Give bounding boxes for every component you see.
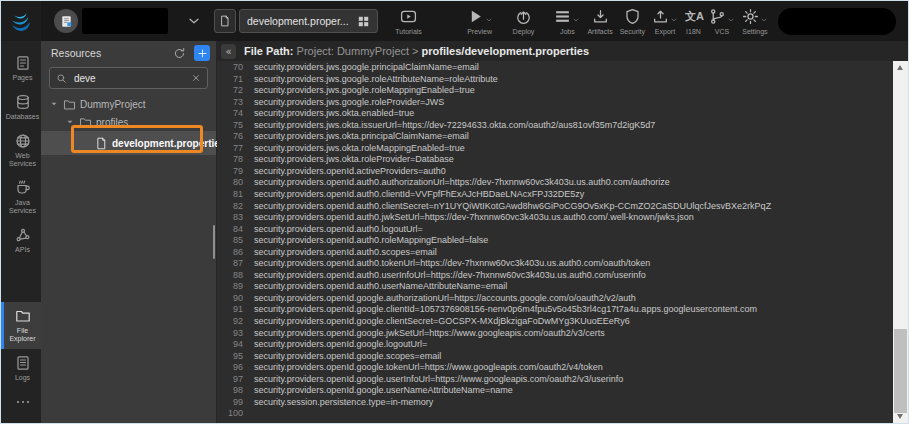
- button-label: Settings: [742, 28, 767, 35]
- sidebar-item-file-explorer[interactable]: File Explorer: [1, 302, 41, 349]
- line-text: security.providers.openId.auth0.tokenUrl…: [243, 258, 650, 270]
- sidebar-item-java-services[interactable]: Java Services: [1, 174, 41, 221]
- topbar-tool-vcs[interactable]: VCS: [707, 8, 737, 35]
- sidebar-item-web-services[interactable]: Web Services: [1, 127, 41, 174]
- rail-label: Web Services: [5, 152, 41, 168]
- button-label: Preview: [467, 28, 492, 35]
- line-number: 85: [217, 235, 243, 247]
- scroll-up-arrow-icon[interactable]: [897, 65, 903, 70]
- topbar-button-tutorials[interactable]: Tutorials: [386, 8, 432, 35]
- topbar-tool-export[interactable]: Export: [650, 8, 680, 35]
- topbar-tool-settings[interactable]: Settings: [740, 8, 770, 35]
- file-path-bar: « File Path: Project: DummyProject > pro…: [217, 41, 908, 61]
- project-avatar[interactable]: [54, 9, 78, 33]
- line-text: security.providers.openId.auth0.logoutUr…: [243, 224, 423, 236]
- chevron-down-icon: [572, 16, 580, 24]
- file-icon: [219, 15, 231, 27]
- collapse-panel-button[interactable]: «: [221, 44, 236, 59]
- code-line-87: 87 security.providers.openId.auth0.token…: [217, 258, 893, 270]
- line-number: 72: [217, 85, 243, 97]
- preview-icon: [467, 8, 484, 25]
- chevron-down-icon: [727, 16, 735, 24]
- file-action-settings[interactable]: [791, 44, 806, 59]
- tab-development-properties[interactable]: development.proper...: [239, 9, 378, 33]
- code-line-73: 73 security.providers.jws.google.rolePro…: [217, 97, 893, 109]
- topbar-button-deploy[interactable]: Deploy: [511, 8, 537, 35]
- left-nav-rail: Pages Databases Web Services Java Servic…: [1, 41, 41, 423]
- project-dropdown-chevron-icon[interactable]: [186, 13, 202, 29]
- line-number: 97: [217, 374, 243, 386]
- tree-item-profiles[interactable]: profiles: [41, 113, 216, 131]
- file-path-value: profiles/development.properties: [422, 45, 589, 57]
- search-input[interactable]: [72, 72, 186, 85]
- code-line-97: 97 security.providers.openId.google.user…: [217, 374, 893, 386]
- file-action-delete[interactable]: [881, 44, 896, 59]
- tree-item-dummyproject[interactable]: DummyProject: [41, 95, 216, 113]
- caret-down-icon[interactable]: [49, 99, 59, 109]
- ide-window: development.proper... Tutorials Prev: [0, 0, 909, 424]
- resources-header: Resources: [41, 41, 216, 63]
- code-line-96: 96 security.providers.openId.google.toke…: [217, 362, 893, 374]
- sidebar-item-logs[interactable]: Logs: [1, 349, 41, 388]
- tree-item-development-properties[interactable]: development.properties: [41, 131, 216, 155]
- code-line-84: 84 security.providers.openId.auth0.logou…: [217, 224, 893, 236]
- sidebar-item-databases[interactable]: Databases: [1, 88, 41, 127]
- file-path-text: File Path: Project: DummyProject > profi…: [244, 45, 589, 57]
- line-text: security.providers.openId.google.scopes=…: [243, 351, 441, 363]
- file-path-prefix: File Path:: [244, 45, 294, 57]
- line-text: [243, 408, 254, 420]
- line-number: 84: [217, 224, 243, 236]
- line-text: security.providers.jws.okta.principalCla…: [243, 131, 469, 143]
- web-services-icon: [15, 133, 31, 149]
- button-label: VCS: [715, 28, 729, 35]
- topbar-tool-i18n[interactable]: 文A I18N: [683, 8, 704, 35]
- file-action-download[interactable]: [821, 44, 836, 59]
- export-icon: [652, 8, 669, 25]
- clear-search-button[interactable]: [191, 73, 201, 83]
- line-text: security.providers.openId.auth0.userInfo…: [243, 270, 646, 282]
- panel-scrollbar-thumb[interactable]: [213, 225, 215, 259]
- rail-label: Logs: [5, 374, 41, 382]
- line-text: security.providers.openId.google.jwkSetU…: [243, 328, 605, 340]
- line-number: 89: [217, 281, 243, 293]
- brand-logo[interactable]: [1, 1, 41, 41]
- folder-icon: [79, 116, 92, 129]
- refresh-button[interactable]: [173, 47, 186, 60]
- file-type-button[interactable]: [214, 9, 236, 33]
- scroll-down-arrow-icon[interactable]: [897, 414, 903, 419]
- topbar-button-preview[interactable]: Preview: [465, 8, 495, 35]
- code-line-89: 89 security.providers.openId.auth0.userN…: [217, 281, 893, 293]
- redacted-project-name[interactable]: [82, 8, 168, 34]
- tab-label: development.proper...: [247, 15, 349, 27]
- topbar-tool-security[interactable]: Security: [618, 8, 647, 35]
- code-line-72: 72 security.providers.jws.google.roleMap…: [217, 85, 893, 97]
- code-line-92: 92 security.providers.openId.google.clie…: [217, 316, 893, 328]
- chevron-down-icon: [760, 16, 768, 24]
- line-text: security.providers.openId.auth0.userName…: [243, 281, 507, 293]
- redacted-user-menu[interactable]: [778, 8, 896, 35]
- line-number: 75: [217, 120, 243, 132]
- add-resource-button[interactable]: [194, 45, 210, 61]
- button-label: Deploy: [513, 28, 535, 35]
- jobs-icon: [554, 8, 571, 25]
- line-number: 78: [217, 154, 243, 166]
- rail-bottom-group: File Explorer Logs: [1, 302, 41, 423]
- topbar-tool-jobs[interactable]: Jobs: [552, 8, 582, 35]
- rail-label: Databases: [5, 113, 41, 121]
- project-doc-icon: [59, 14, 74, 29]
- code-line-99: 99 security.session.persistence.type=in-…: [217, 397, 893, 409]
- editor-scrollbar[interactable]: [893, 61, 908, 423]
- scrollbar-thumb[interactable]: [894, 329, 907, 413]
- sidebar-item-more[interactable]: [1, 388, 41, 419]
- file-action-save[interactable]: [851, 44, 866, 59]
- grid-icon[interactable]: [357, 15, 370, 28]
- line-text: security.session.persistence.type=in-mem…: [243, 397, 433, 409]
- code-line-88: 88 security.providers.openId.auth0.userI…: [217, 270, 893, 282]
- i18n-icon: 文A: [685, 8, 702, 25]
- topbar-tool-artifacts[interactable]: Artifacts: [585, 8, 614, 35]
- sidebar-item-pages[interactable]: Pages: [1, 49, 41, 88]
- artifacts-icon: [592, 8, 609, 25]
- code-editor[interactable]: 70 security.providers.jws.google.princip…: [217, 61, 893, 423]
- caret-down-icon[interactable]: [65, 117, 75, 127]
- sidebar-item-apis[interactable]: APIs: [1, 221, 41, 260]
